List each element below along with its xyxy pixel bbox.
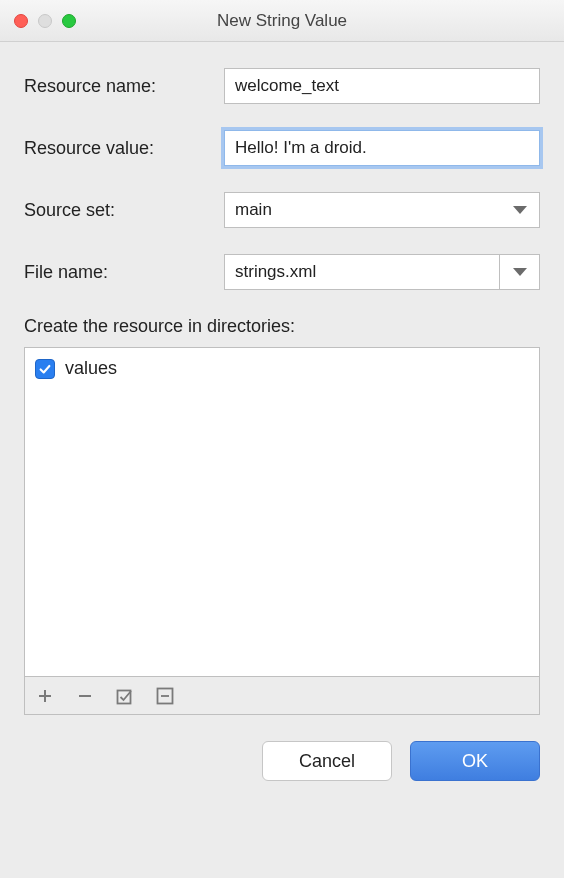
resource-value-input[interactable]: [224, 130, 540, 166]
svg-rect-0: [118, 690, 131, 703]
remove-icon[interactable]: [75, 686, 95, 706]
minimize-icon: [38, 14, 52, 28]
directory-item-label: values: [65, 358, 117, 379]
resource-name-label: Resource name:: [24, 76, 224, 97]
ok-button[interactable]: OK: [410, 741, 540, 781]
window-title: New String Value: [0, 11, 564, 31]
resource-name-input[interactable]: [224, 68, 540, 104]
close-icon[interactable]: [14, 14, 28, 28]
resource-value-row: Resource value:: [24, 130, 540, 166]
select-all-icon[interactable]: [115, 686, 135, 706]
file-name-combo[interactable]: strings.xml: [224, 254, 540, 290]
window-controls: [0, 14, 76, 28]
list-item[interactable]: values: [35, 356, 529, 381]
source-set-value: main: [235, 200, 272, 220]
directories-toolbar: [24, 677, 540, 715]
file-name-row: File name: strings.xml: [24, 254, 540, 290]
file-name-label: File name:: [24, 262, 224, 283]
directories-label: Create the resource in directories:: [24, 316, 540, 337]
chevron-down-icon: [513, 268, 527, 276]
dialog-buttons: Cancel OK: [24, 741, 540, 781]
deselect-all-icon[interactable]: [155, 686, 175, 706]
checkbox-checked-icon[interactable]: [35, 359, 55, 379]
add-icon[interactable]: [35, 686, 55, 706]
chevron-down-icon: [513, 206, 527, 214]
dialog-content: Resource name: Resource value: Source se…: [0, 42, 564, 801]
directories-list[interactable]: values: [24, 347, 540, 677]
source-set-select[interactable]: main: [224, 192, 540, 228]
titlebar: New String Value: [0, 0, 564, 42]
cancel-button[interactable]: Cancel: [262, 741, 392, 781]
source-set-label: Source set:: [24, 200, 224, 221]
source-set-row: Source set: main: [24, 192, 540, 228]
file-name-value[interactable]: strings.xml: [224, 254, 500, 290]
resource-value-label: Resource value:: [24, 138, 224, 159]
resource-name-row: Resource name:: [24, 68, 540, 104]
file-name-dropdown-button[interactable]: [500, 254, 540, 290]
maximize-icon[interactable]: [62, 14, 76, 28]
